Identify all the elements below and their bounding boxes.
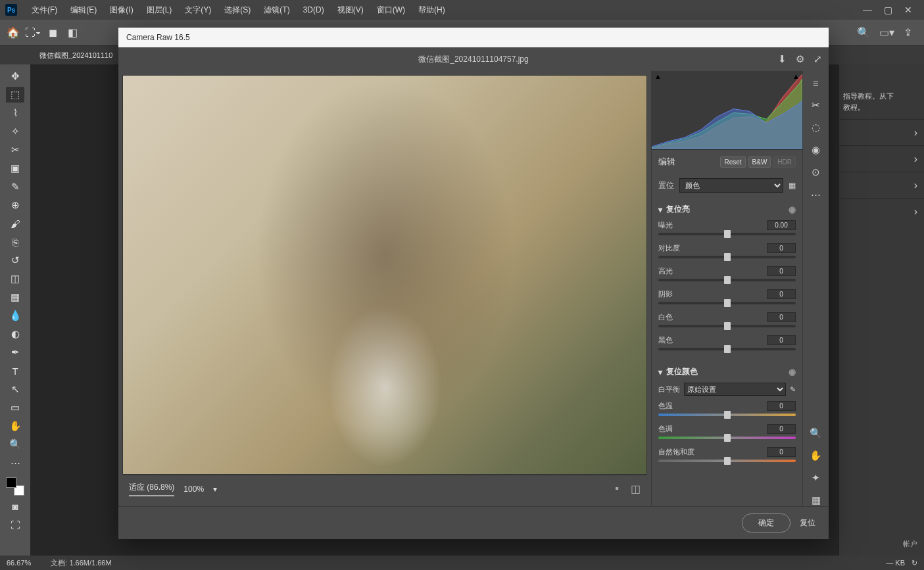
download-icon[interactable]: ⬇	[778, 53, 787, 65]
highlights-slider[interactable]: 高光0	[658, 264, 796, 287]
healing-tool-icon[interactable]: ⊕	[6, 197, 24, 213]
menu-image[interactable]: 图像(I)	[103, 5, 139, 16]
pen-tool-icon[interactable]: ✒	[6, 344, 24, 360]
crop-tool-icon[interactable]: ✂	[6, 142, 24, 158]
wand-tool-icon[interactable]: ✧	[6, 124, 24, 139]
gradient-tool-icon[interactable]: ▦	[6, 289, 24, 305]
menu-select[interactable]: 选择(S)	[218, 5, 257, 16]
settings-icon[interactable]: ⚙	[796, 53, 804, 65]
ok-button[interactable]: 确定	[742, 513, 790, 533]
shadows-slider[interactable]: 阴影0	[658, 287, 796, 310]
zoom-dropdown-icon[interactable]: ▾	[213, 485, 217, 494]
blacks-slider[interactable]: 黑色0	[658, 333, 796, 356]
preview-image[interactable]	[122, 75, 647, 475]
visibility-icon[interactable]: ◉	[789, 367, 796, 377]
hdr-button[interactable]: HDR	[773, 156, 796, 168]
menu-3d[interactable]: 3D(D)	[297, 5, 331, 14]
tint-slider[interactable]: 色调0	[658, 421, 796, 444]
single-view-icon[interactable]: ▪	[615, 483, 619, 495]
basic-section: ▾ 复位亮 ◉ 曝光0.00 对比度0 高光	[652, 197, 802, 360]
menu-help[interactable]: 帮助(H)	[412, 5, 452, 16]
basic-section-header[interactable]: ▾ 复位亮 ◉	[658, 201, 796, 218]
shape-tool-icon[interactable]: ▭	[6, 400, 24, 416]
zoom-tool-icon[interactable]: 🔍	[6, 437, 24, 452]
cr-sampler-icon[interactable]: ✦	[812, 472, 820, 484]
lasso-tool-icon[interactable]: ⌇	[6, 105, 24, 121]
wb-select[interactable]: 原始设置	[684, 383, 786, 396]
panel-row-4[interactable]: ›	[839, 198, 924, 224]
crop-icon[interactable]: ✂	[812, 99, 820, 111]
cr-grid-icon[interactable]: ▦	[812, 494, 821, 506]
fg-swatch[interactable]	[6, 477, 16, 488]
panel-row-2[interactable]: ›	[839, 145, 924, 172]
edit-toolbar-icon[interactable]: ⋯	[6, 455, 24, 471]
chevron-down-icon: ▾	[658, 368, 662, 377]
maximize-icon[interactable]: ▢	[884, 5, 892, 15]
temp-slider[interactable]: 色温0	[658, 398, 796, 421]
clone-tool-icon[interactable]: ⎘	[6, 234, 24, 250]
frame-tool-icon[interactable]: ▣	[6, 160, 24, 176]
histogram[interactable]: ▲ ▲	[652, 71, 802, 150]
dodge-tool-icon[interactable]: ◐	[6, 326, 24, 342]
status-sync-icon[interactable]: ↻	[912, 559, 917, 567]
quickmask-icon[interactable]: ◙	[6, 498, 24, 514]
menu-file[interactable]: 文件(F)	[25, 5, 64, 16]
edit-sliders-icon[interactable]: ≡	[813, 78, 819, 89]
cancel-button[interactable]: 复位	[800, 517, 815, 529]
document-tab[interactable]: 微信截图_2024101110	[32, 46, 120, 64]
close-icon[interactable]: ✕	[904, 5, 912, 15]
zoom-fit-button[interactable]: 适应 (86.8%)	[129, 482, 174, 496]
mask-icon[interactable]: ◉	[812, 144, 820, 156]
menu-edit[interactable]: 编辑(E)	[64, 5, 103, 16]
home-icon[interactable]: 🏠	[7, 26, 20, 39]
eraser-tool-icon[interactable]: ◫	[6, 271, 24, 287]
menu-view[interactable]: 视图(V)	[331, 5, 370, 16]
brush-tool-icon[interactable]: 🖌	[6, 216, 24, 231]
menu-window[interactable]: 窗口(W)	[370, 5, 412, 16]
whites-slider[interactable]: 白色0	[658, 310, 796, 333]
menu-type[interactable]: 文字(Y)	[178, 5, 218, 16]
status-zoom[interactable]: 66.67%	[7, 559, 31, 567]
marquee-option-icon[interactable]: ⛶▾	[26, 26, 39, 39]
hand-tool-icon[interactable]: ✋	[6, 418, 24, 434]
eyedropper-tool-icon[interactable]: ✎	[6, 179, 24, 195]
cr-zoom-icon[interactable]: 🔍	[810, 427, 822, 439]
healing-icon[interactable]: ◌	[812, 122, 820, 133]
contrast-slider[interactable]: 对比度0	[658, 241, 796, 264]
highlight-clip-icon[interactable]: ▲	[792, 72, 800, 80]
bw-button[interactable]: B&W	[748, 156, 771, 168]
workspace-icon[interactable]: ▭▾	[879, 26, 894, 39]
type-tool-icon[interactable]: T	[6, 363, 24, 379]
visibility-icon[interactable]: ◉	[789, 204, 796, 214]
move-tool-icon[interactable]: ✥	[6, 68, 24, 84]
overlap-icon[interactable]: ◧	[66, 26, 79, 39]
menu-layer[interactable]: 图层(L)	[140, 5, 179, 16]
split-view-icon[interactable]: ◫	[631, 483, 641, 495]
blur-tool-icon[interactable]: 💧	[6, 308, 24, 323]
panel-row-1[interactable]: ›	[839, 119, 924, 145]
fullscreen-icon[interactable]: ⤢	[814, 53, 822, 65]
search-icon[interactable]: 🔍	[857, 26, 870, 39]
menu-filter[interactable]: 滤镜(T)	[257, 5, 296, 16]
cr-hand-icon[interactable]: ✋	[810, 450, 822, 462]
panel-row-3[interactable]: ›	[839, 172, 924, 198]
shadow-clip-icon[interactable]: ▲	[654, 72, 662, 80]
share-icon[interactable]: ⇪	[904, 26, 912, 39]
profile-browse-icon[interactable]: ▦	[789, 181, 796, 190]
fill-square-icon[interactable]: ◼	[46, 26, 59, 39]
path-tool-icon[interactable]: ↖	[6, 381, 24, 397]
redeye-icon[interactable]: ⊙	[812, 166, 820, 178]
zoom-100-button[interactable]: 100%	[183, 485, 204, 494]
color-swatches[interactable]	[6, 477, 24, 496]
color-section-header[interactable]: ▾ 复位颜色 ◉	[658, 364, 796, 380]
vibrance-slider[interactable]: 自然饱和度0	[658, 444, 796, 467]
profile-select[interactable]: 颜色	[679, 178, 783, 193]
screenmode-icon[interactable]: ⛶	[6, 517, 24, 533]
reset-button[interactable]: Reset	[720, 156, 745, 168]
minimize-icon[interactable]: —	[863, 5, 872, 15]
presets-icon[interactable]: ⋯	[811, 189, 821, 201]
marquee-tool-icon[interactable]: ⬚	[6, 87, 24, 103]
exposure-slider[interactable]: 曝光0.00	[658, 218, 796, 241]
wb-eyedropper-icon[interactable]: ✎	[790, 385, 796, 394]
history-brush-icon[interactable]: ↺	[6, 252, 24, 268]
